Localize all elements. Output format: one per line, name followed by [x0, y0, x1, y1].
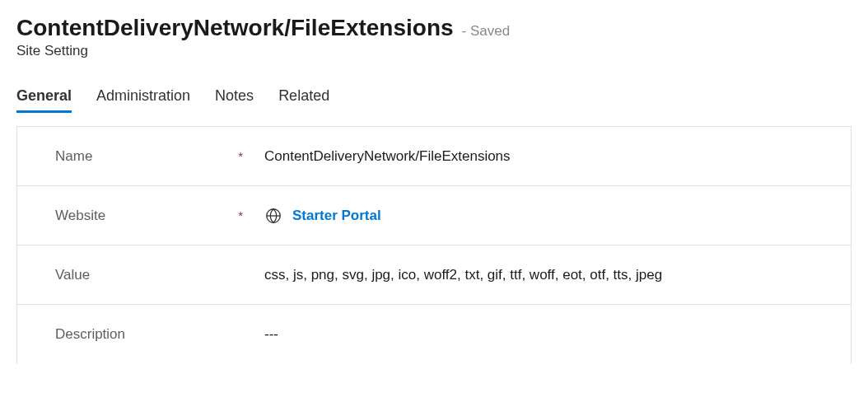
- field-row-value: Value css, js, png, svg, jpg, ico, woff2…: [17, 245, 851, 305]
- globe-icon: [264, 207, 282, 225]
- save-status: - Saved: [462, 23, 511, 40]
- website-link[interactable]: Starter Portal: [292, 208, 381, 224]
- tab-notes[interactable]: Notes: [215, 87, 254, 111]
- label-cell: Name *: [55, 148, 264, 165]
- field-row-name: Name * ContentDeliveryNetwork/FileExtens…: [17, 127, 851, 186]
- value-cell-name[interactable]: ContentDeliveryNetwork/FileExtensions: [264, 148, 851, 165]
- form-panel: Name * ContentDeliveryNetwork/FileExtens…: [16, 126, 852, 364]
- entity-type-label: Site Setting: [16, 43, 852, 59]
- field-label-description: Description: [55, 326, 125, 343]
- tab-related[interactable]: Related: [278, 87, 329, 111]
- value-cell-value[interactable]: css, js, png, svg, jpg, ico, woff2, txt,…: [264, 267, 851, 283]
- required-mark: *: [238, 208, 243, 222]
- name-value: ContentDeliveryNetwork/FileExtensions: [264, 148, 511, 165]
- value-value: css, js, png, svg, jpg, ico, woff2, txt,…: [264, 267, 662, 283]
- description-value: ---: [264, 326, 278, 343]
- label-cell: Description: [55, 326, 264, 343]
- field-label-value: Value: [55, 267, 90, 283]
- title-row: ContentDeliveryNetwork/FileExtensions - …: [16, 15, 852, 41]
- tab-bar: General Administration Notes Related: [16, 87, 852, 111]
- required-mark: *: [238, 149, 243, 163]
- field-label-website: Website: [55, 208, 105, 224]
- label-cell: Website *: [55, 208, 264, 224]
- page-header: ContentDeliveryNetwork/FileExtensions - …: [16, 15, 852, 59]
- label-cell: Value: [55, 267, 264, 283]
- value-cell-website[interactable]: Starter Portal: [264, 207, 851, 225]
- field-row-description: Description ---: [17, 305, 851, 364]
- tab-administration[interactable]: Administration: [96, 87, 190, 111]
- tab-general[interactable]: General: [16, 87, 72, 111]
- page-title: ContentDeliveryNetwork/FileExtensions: [16, 15, 454, 41]
- field-label-name: Name: [55, 148, 92, 165]
- value-cell-description[interactable]: ---: [264, 326, 851, 343]
- field-row-website: Website * Starter Portal: [17, 186, 851, 245]
